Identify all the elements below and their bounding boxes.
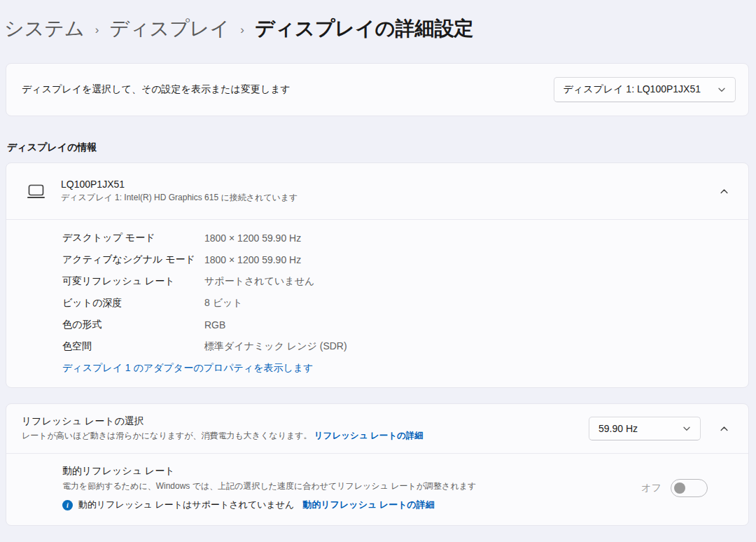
display-select-card: ディスプレイを選択して、その設定を表示または変更します ディスプレイ 1: LQ… [6, 63, 749, 116]
dynamic-refresh-rate-row: 動的リフレッシュ レート 電力を節約するために、Windows では、上記の選択… [6, 454, 748, 525]
refresh-rate-card: リフレッシュ レートの選択 レートが高いほど動きは滑らかになりますが、消費電力も… [6, 403, 749, 526]
display-info-section-title: ディスプレイの情報 [7, 141, 756, 154]
page-title: ディスプレイの詳細設定 [255, 15, 474, 42]
refresh-rate-dropdown[interactable]: 59.90 Hz [589, 417, 701, 440]
property-value: 8 ビット [204, 297, 243, 310]
property-label: デスクトップ モード [62, 232, 204, 244]
dynamic-refresh-description: 電力を節約するために、Windows では、上記の選択した速度に合わせてリフレッ… [62, 480, 476, 492]
device-name: LQ100P1JX51 [61, 179, 298, 190]
property-label: ビットの深度 [62, 297, 204, 310]
dynamic-refresh-learn-more-link[interactable]: 動的リフレッシュ レートの詳細 [302, 499, 434, 511]
refresh-rate-learn-more-link[interactable]: リフレッシュ レートの詳細 [314, 431, 424, 440]
property-label: 可変リフレッシュ レート [62, 275, 204, 288]
chevron-down-icon [682, 424, 691, 433]
refresh-rate-dropdown-value: 59.90 Hz [598, 423, 638, 434]
laptop-display-icon [22, 183, 50, 200]
breadcrumb-separator-icon: › [95, 20, 99, 37]
dynamic-refresh-status-text: 動的リフレッシュ レートはサポートされていません [78, 499, 294, 511]
property-label: アクティブなシグナル モード [62, 253, 204, 266]
property-label: 色空間 [62, 340, 204, 353]
property-label: 色の形式 [62, 319, 204, 331]
property-row-active-signal-mode: アクティブなシグナル モード 1800 × 1200 59.90 Hz [6, 249, 748, 270]
property-value: 標準ダイナミック レンジ (SDR) [204, 340, 347, 353]
property-row-variable-refresh-rate: 可変リフレッシュ レート サポートされていません [6, 270, 748, 292]
display-adapter-properties-link[interactable]: ディスプレイ 1 のアダプターのプロパティを表示します [62, 362, 313, 375]
property-value: RGB [204, 319, 225, 331]
breadcrumb-separator-icon: › [240, 20, 244, 37]
breadcrumb: システム › ディスプレイ › ディスプレイの詳細設定 [0, 0, 756, 45]
refresh-rate-description: レートが高いほど動きは滑らかになりますが、消費電力も大きくなります。 [22, 431, 312, 440]
chevron-up-icon[interactable] [712, 179, 736, 203]
display-info-header[interactable]: LQ100P1JX51 ディスプレイ 1: Intel(R) HD Graphi… [6, 163, 748, 219]
display-properties-list: デスクトップ モード 1800 × 1200 59.90 Hz アクティブなシグ… [6, 220, 748, 387]
dynamic-refresh-toggle[interactable] [671, 479, 708, 497]
display-info-card: LQ100P1JX51 ディスプレイ 1: Intel(R) HD Graphi… [6, 162, 749, 388]
chevron-down-icon [718, 85, 726, 94]
breadcrumb-system[interactable]: システム [4, 15, 85, 42]
dynamic-refresh-title: 動的リフレッシュ レート [62, 465, 476, 478]
property-row-color-format: 色の形式 RGB [6, 314, 748, 335]
property-row-color-space: 色空間 標準ダイナミック レンジ (SDR) [6, 335, 748, 357]
property-value: 1800 × 1200 59.90 Hz [204, 254, 301, 265]
breadcrumb-display[interactable]: ディスプレイ [109, 15, 230, 42]
device-connection-info: ディスプレイ 1: Intel(R) HD Graphics 615 に接続され… [61, 192, 298, 204]
property-value: 1800 × 1200 59.90 Hz [204, 232, 301, 244]
display-select-dropdown-value: ディスプレイ 1: LQ100P1JX51 [564, 83, 701, 96]
property-value: サポートされていません [204, 275, 314, 288]
toggle-knob [674, 482, 685, 494]
refresh-rate-header: リフレッシュ レートの選択 レートが高いほど動きは滑らかになりますが、消費電力も… [6, 404, 748, 453]
display-select-label: ディスプレイを選択して、その設定を表示または変更します [22, 83, 290, 96]
toggle-state-label: オフ [641, 482, 662, 494]
property-row-bit-depth: ビットの深度 8 ビット [6, 292, 748, 314]
refresh-rate-title: リフレッシュ レートの選択 [22, 415, 424, 428]
chevron-up-icon[interactable] [712, 417, 736, 440]
info-icon [62, 500, 73, 510]
display-select-dropdown[interactable]: ディスプレイ 1: LQ100P1JX51 [554, 77, 736, 102]
advanced-display-settings-page: システム › ディスプレイ › ディスプレイの詳細設定 ディスプレイを選択して、… [0, 0, 756, 542]
property-row-desktop-mode: デスクトップ モード 1800 × 1200 59.90 Hz [6, 227, 748, 249]
